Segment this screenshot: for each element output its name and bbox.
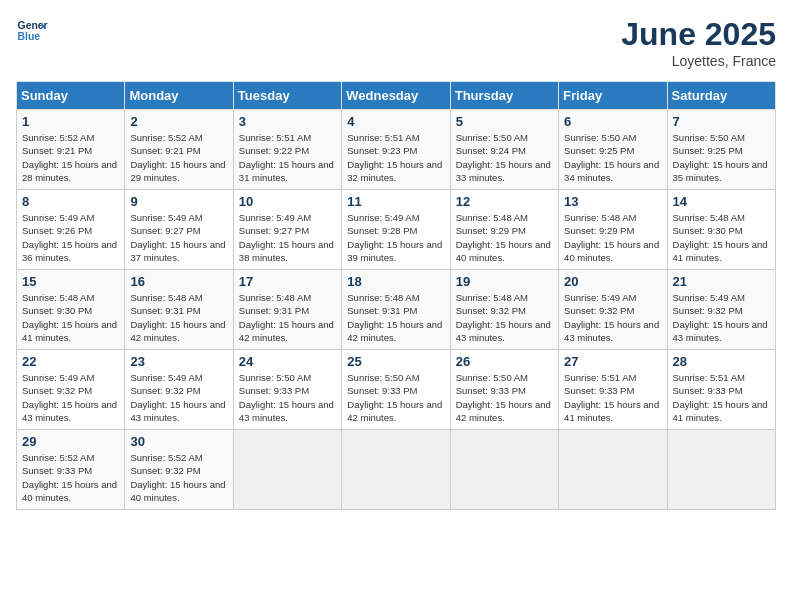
logo: General Blue bbox=[16, 16, 48, 48]
day-cell-22: 22 Sunrise: 5:49 AMSunset: 9:32 PMDaylig… bbox=[17, 350, 125, 430]
day-cell-24: 24 Sunrise: 5:50 AMSunset: 9:33 PMDaylig… bbox=[233, 350, 341, 430]
day-cell-6: 6 Sunrise: 5:50 AMSunset: 9:25 PMDayligh… bbox=[559, 110, 667, 190]
week-row-4: 22 Sunrise: 5:49 AMSunset: 9:32 PMDaylig… bbox=[17, 350, 776, 430]
header-sunday: Sunday bbox=[17, 82, 125, 110]
day-cell-29: 29 Sunrise: 5:52 AMSunset: 9:33 PMDaylig… bbox=[17, 430, 125, 510]
weekday-row: Sunday Monday Tuesday Wednesday Thursday… bbox=[17, 82, 776, 110]
month-title: June 2025 bbox=[621, 16, 776, 53]
day-cell-8: 8 Sunrise: 5:49 AMSunset: 9:26 PMDayligh… bbox=[17, 190, 125, 270]
day-cell-12: 12 Sunrise: 5:48 AMSunset: 9:29 PMDaylig… bbox=[450, 190, 558, 270]
header-thursday: Thursday bbox=[450, 82, 558, 110]
day-cell-4: 4 Sunrise: 5:51 AMSunset: 9:23 PMDayligh… bbox=[342, 110, 450, 190]
day-cell-10: 10 Sunrise: 5:49 AMSunset: 9:27 PMDaylig… bbox=[233, 190, 341, 270]
week-row-3: 15 Sunrise: 5:48 AMSunset: 9:30 PMDaylig… bbox=[17, 270, 776, 350]
day-cell-14: 14 Sunrise: 5:48 AMSunset: 9:30 PMDaylig… bbox=[667, 190, 775, 270]
day-cell-13: 13 Sunrise: 5:48 AMSunset: 9:29 PMDaylig… bbox=[559, 190, 667, 270]
day-cell-19: 19 Sunrise: 5:48 AMSunset: 9:32 PMDaylig… bbox=[450, 270, 558, 350]
calendar-table: Sunday Monday Tuesday Wednesday Thursday… bbox=[16, 81, 776, 510]
day-cell-1: 1 Sunrise: 5:52 AMSunset: 9:21 PMDayligh… bbox=[17, 110, 125, 190]
day-cell-17: 17 Sunrise: 5:48 AMSunset: 9:31 PMDaylig… bbox=[233, 270, 341, 350]
day-cell-18: 18 Sunrise: 5:48 AMSunset: 9:31 PMDaylig… bbox=[342, 270, 450, 350]
day-cell-25: 25 Sunrise: 5:50 AMSunset: 9:33 PMDaylig… bbox=[342, 350, 450, 430]
day-cell-27: 27 Sunrise: 5:51 AMSunset: 9:33 PMDaylig… bbox=[559, 350, 667, 430]
header-monday: Monday bbox=[125, 82, 233, 110]
title-block: June 2025 Loyettes, France bbox=[621, 16, 776, 69]
location: Loyettes, France bbox=[621, 53, 776, 69]
calendar-body: 1 Sunrise: 5:52 AMSunset: 9:21 PMDayligh… bbox=[17, 110, 776, 510]
day-cell-21: 21 Sunrise: 5:49 AMSunset: 9:32 PMDaylig… bbox=[667, 270, 775, 350]
calendar-header: Sunday Monday Tuesday Wednesday Thursday… bbox=[17, 82, 776, 110]
svg-text:Blue: Blue bbox=[18, 31, 41, 42]
empty-cell-4 bbox=[559, 430, 667, 510]
day-cell-28: 28 Sunrise: 5:51 AMSunset: 9:33 PMDaylig… bbox=[667, 350, 775, 430]
empty-cell-3 bbox=[450, 430, 558, 510]
header-saturday: Saturday bbox=[667, 82, 775, 110]
day-cell-5: 5 Sunrise: 5:50 AMSunset: 9:24 PMDayligh… bbox=[450, 110, 558, 190]
empty-cell-5 bbox=[667, 430, 775, 510]
header-tuesday: Tuesday bbox=[233, 82, 341, 110]
day-cell-9: 9 Sunrise: 5:49 AMSunset: 9:27 PMDayligh… bbox=[125, 190, 233, 270]
day-cell-30: 30 Sunrise: 5:52 AMSunset: 9:32 PMDaylig… bbox=[125, 430, 233, 510]
week-row-2: 8 Sunrise: 5:49 AMSunset: 9:26 PMDayligh… bbox=[17, 190, 776, 270]
logo-icon: General Blue bbox=[16, 16, 48, 48]
header-wednesday: Wednesday bbox=[342, 82, 450, 110]
day-cell-16: 16 Sunrise: 5:48 AMSunset: 9:31 PMDaylig… bbox=[125, 270, 233, 350]
empty-cell-1 bbox=[233, 430, 341, 510]
header-friday: Friday bbox=[559, 82, 667, 110]
day-cell-11: 11 Sunrise: 5:49 AMSunset: 9:28 PMDaylig… bbox=[342, 190, 450, 270]
day-cell-15: 15 Sunrise: 5:48 AMSunset: 9:30 PMDaylig… bbox=[17, 270, 125, 350]
day-cell-20: 20 Sunrise: 5:49 AMSunset: 9:32 PMDaylig… bbox=[559, 270, 667, 350]
day-cell-7: 7 Sunrise: 5:50 AMSunset: 9:25 PMDayligh… bbox=[667, 110, 775, 190]
day-cell-3: 3 Sunrise: 5:51 AMSunset: 9:22 PMDayligh… bbox=[233, 110, 341, 190]
day-cell-23: 23 Sunrise: 5:49 AMSunset: 9:32 PMDaylig… bbox=[125, 350, 233, 430]
empty-cell-2 bbox=[342, 430, 450, 510]
day-cell-2: 2 Sunrise: 5:52 AMSunset: 9:21 PMDayligh… bbox=[125, 110, 233, 190]
day-cell-26: 26 Sunrise: 5:50 AMSunset: 9:33 PMDaylig… bbox=[450, 350, 558, 430]
week-row-5: 29 Sunrise: 5:52 AMSunset: 9:33 PMDaylig… bbox=[17, 430, 776, 510]
page-header: General Blue June 2025 Loyettes, France bbox=[16, 16, 776, 69]
week-row-1: 1 Sunrise: 5:52 AMSunset: 9:21 PMDayligh… bbox=[17, 110, 776, 190]
